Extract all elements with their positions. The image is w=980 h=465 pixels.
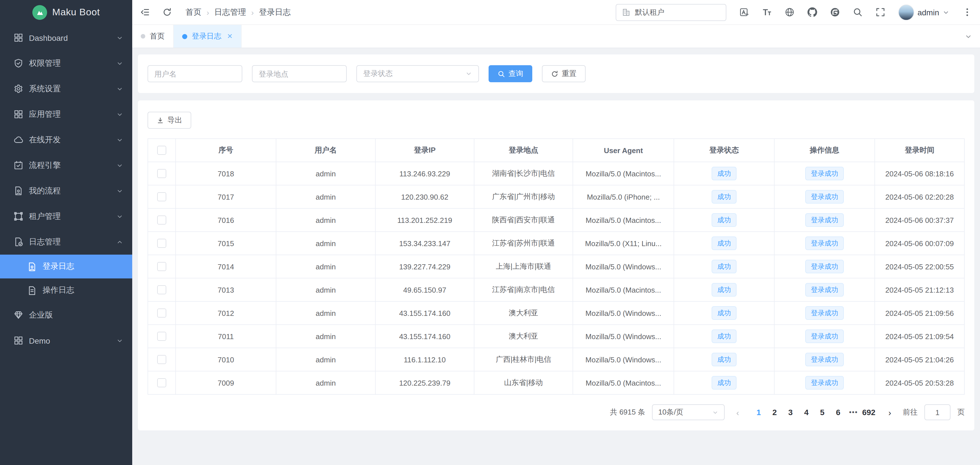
doc-user-icon (14, 186, 23, 196)
sidebar-item-label: 企业版 (29, 310, 53, 320)
page-number-1[interactable]: 1 (751, 404, 767, 420)
tab-home[interactable]: 首页 (132, 25, 173, 48)
row-select-cell (148, 208, 176, 232)
translate-icon[interactable] (740, 7, 749, 17)
cell-time: 2024-05-05 22:00:55 (875, 255, 964, 278)
search-button[interactable]: 查询 (488, 65, 532, 82)
table-row: 7012admin43.155.174.160澳大利亚Mozilla/5.0 (… (148, 302, 964, 325)
sidebar-item-5[interactable]: 流程引擎 (0, 152, 132, 178)
sidebar-item-6[interactable]: 我的流程 (0, 178, 132, 203)
sidebar-item-0[interactable]: Dashboard (0, 25, 132, 51)
row-checkbox[interactable] (157, 286, 166, 295)
chevron-down-icon (465, 70, 472, 77)
sidebar-item-4[interactable]: 在线开发 (0, 127, 132, 152)
sidebar-item-1[interactable]: 权限管理 (0, 51, 132, 76)
breadcrumb-home[interactable]: 首页 (186, 7, 202, 17)
sidebar-item-10[interactable]: Demo (0, 328, 132, 353)
chevron-down-icon (712, 409, 718, 415)
sidebar-item-3[interactable]: 应用管理 (0, 102, 132, 127)
tab-close-icon[interactable]: ✕ (227, 32, 233, 40)
export-button-label: 导出 (167, 115, 182, 125)
more-pages-icon[interactable]: ••• (846, 408, 861, 416)
row-checkbox[interactable] (157, 169, 166, 178)
row-checkbox[interactable] (157, 332, 166, 341)
tab-bar-chevron-icon[interactable] (957, 25, 980, 48)
page-number-4[interactable]: 4 (799, 404, 814, 420)
chevron-down-icon (116, 213, 123, 220)
page-number-5[interactable]: 5 (814, 404, 830, 420)
page-number-2[interactable]: 2 (767, 404, 783, 420)
search-icon[interactable] (853, 7, 862, 17)
sidebar-item-label: 应用管理 (29, 109, 61, 119)
reset-button[interactable]: 重置 (542, 65, 585, 82)
sidebar-subitem-8-1[interactable]: 操作日志 (0, 278, 132, 302)
export-button[interactable]: 导出 (148, 112, 191, 129)
breadcrumb-login-log[interactable]: 登录日志 (259, 7, 291, 17)
username-input[interactable] (148, 65, 242, 82)
cell-location: 陕西省|西安市|联通 (474, 208, 573, 232)
cell-id: 7015 (176, 232, 276, 255)
column-header: 登录状态 (674, 139, 774, 162)
gitee-icon[interactable] (830, 7, 840, 17)
select-all-checkbox[interactable] (157, 146, 166, 155)
collapse-sidebar-icon[interactable] (140, 7, 150, 17)
cell-time: 2024-05-05 21:09:56 (875, 302, 964, 325)
message-badge: 登录成功 (805, 190, 844, 203)
globe-icon[interactable] (785, 7, 794, 17)
status-badge: 成功 (711, 306, 737, 320)
cell-status: 成功 (674, 348, 774, 371)
shield-check-icon (14, 59, 23, 68)
user-menu[interactable]: admin (898, 4, 949, 20)
cell-user-agent: Mozilla/5.0 (iPhone; ... (573, 185, 674, 208)
search-button-label: 查询 (508, 68, 523, 79)
sidebar-item-label: Dashboard (29, 33, 68, 42)
row-select-cell (148, 302, 176, 325)
doc-check-icon (14, 237, 23, 247)
kebab-menu-icon[interactable] (963, 7, 972, 17)
chevron-down-icon (943, 9, 949, 16)
goto-page-input[interactable] (924, 404, 950, 420)
tab-bar: 首页 登录日志 ✕ (132, 25, 980, 48)
fullscreen-icon[interactable] (876, 7, 885, 17)
row-checkbox[interactable] (157, 216, 166, 225)
row-checkbox[interactable] (157, 262, 166, 271)
login-location-input[interactable] (252, 65, 347, 82)
grid-icon (14, 110, 23, 119)
page-size-select[interactable]: 10条/页 (652, 404, 725, 420)
cell-message: 登录成功 (774, 302, 875, 325)
tenant-select[interactable]: 默认租户 (616, 4, 726, 21)
row-checkbox[interactable] (157, 379, 166, 387)
row-checkbox[interactable] (157, 239, 166, 248)
goto-unit-label: 页 (957, 407, 965, 417)
next-page-button[interactable]: › (883, 408, 896, 417)
cell-time: 2024-05-05 20:53:28 (875, 371, 964, 394)
row-select-cell (148, 255, 176, 278)
login-status-select[interactable]: 登录状态 (356, 65, 479, 82)
sidebar-item-7[interactable]: 租户管理 (0, 203, 132, 229)
sidebar-item-9[interactable]: 企业版 (0, 302, 132, 328)
sidebar-subitem-8-0[interactable]: 登录日志 (0, 255, 132, 278)
font-size-icon[interactable] (762, 7, 772, 17)
pagination: 共 6915 条 10条/页 ‹ 123456•••692 › 前往 页 (148, 404, 965, 420)
avatar[interactable] (898, 4, 914, 20)
sidebar-menu: Dashboard权限管理系统设置应用管理在线开发流程引擎我的流程租户管理日志管… (0, 25, 132, 465)
page-number-6[interactable]: 6 (830, 404, 846, 420)
building-icon (622, 8, 630, 16)
row-checkbox[interactable] (157, 355, 166, 364)
cell-username: admin (276, 185, 375, 208)
cell-ip: 139.227.74.229 (375, 255, 474, 278)
github-icon[interactable] (808, 7, 817, 17)
refresh-icon[interactable] (162, 7, 172, 17)
sidebar-item-2[interactable]: 系统设置 (0, 76, 132, 102)
page-content: 登录状态 查询 重置 (132, 48, 980, 465)
breadcrumb-log-management[interactable]: 日志管理 (214, 7, 246, 17)
row-checkbox[interactable] (157, 192, 166, 202)
page-number-3[interactable]: 3 (783, 404, 799, 420)
download-icon (157, 116, 164, 124)
page-number-last[interactable]: 692 (861, 404, 877, 420)
sidebar-item-8[interactable]: 日志管理 (0, 229, 132, 255)
prev-page-button[interactable]: ‹ (732, 408, 744, 417)
main-column: 首页 › 日志管理 › 登录日志 默认租户 (132, 0, 980, 465)
tab-login-log[interactable]: 登录日志 ✕ (173, 25, 242, 48)
row-checkbox[interactable] (157, 309, 166, 318)
